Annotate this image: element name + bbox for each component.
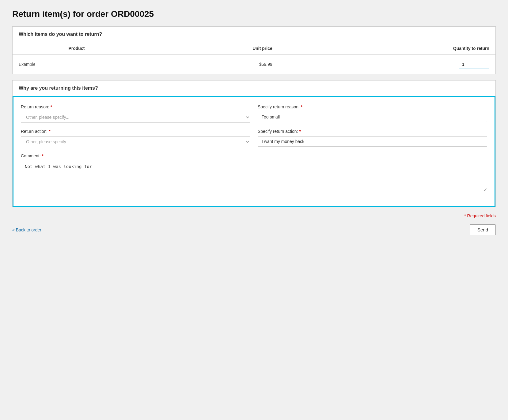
required-star-specify-action: * [299, 129, 301, 134]
items-table: Product Unit price Quantity to return Ex… [13, 42, 495, 74]
return-action-group: Return action: * Other, please specify..… [21, 129, 250, 147]
comment-textarea[interactable]: Not what I was looking for [21, 161, 487, 191]
specify-action-group: Specify return action: * [258, 129, 487, 147]
table-row: Example $59.99 [13, 55, 495, 74]
required-note-area: * Required fields [12, 213, 496, 218]
unit-price-value: $59.99 [141, 55, 277, 74]
product-column-header: Product [13, 42, 141, 55]
required-star-comment: * [42, 153, 43, 158]
quantity-input-cell [277, 55, 495, 74]
required-star-specify-reason: * [301, 104, 302, 109]
footer-row: « Back to order Send [12, 224, 496, 235]
comment-group: Comment: * Not what I was looking for [21, 153, 487, 193]
back-to-order-link[interactable]: « Back to order [12, 227, 41, 232]
reason-row: Return reason: * Other, please specify..… [21, 104, 487, 123]
return-action-label: Return action: * [21, 129, 250, 134]
return-reason-label: Return reason: * [21, 104, 250, 109]
specify-action-label: Specify return action: * [258, 129, 487, 134]
required-star-reason: * [51, 104, 52, 109]
send-button[interactable]: Send [470, 224, 496, 235]
return-reason-section: Why are you returning this items? Return… [12, 80, 496, 207]
required-fields-note: * Required fields [12, 213, 496, 218]
quantity-input[interactable] [459, 60, 489, 69]
product-name: Example [13, 55, 141, 74]
action-row: Return action: * Other, please specify..… [21, 129, 487, 147]
items-section: Which items do you want to return? Produ… [12, 26, 496, 74]
comment-label: Comment: * [21, 153, 487, 158]
specify-reason-input[interactable] [258, 112, 487, 122]
items-section-header: Which items do you want to return? [13, 27, 495, 42]
page-title: Return item(s) for order ORD00025 [12, 9, 496, 19]
items-table-container: Product Unit price Quantity to return Ex… [13, 42, 495, 74]
required-star-action: * [49, 129, 50, 134]
specify-reason-group: Specify return reason: * [258, 104, 487, 123]
specify-reason-label: Specify return reason: * [258, 104, 487, 109]
unit-price-column-header: Unit price [141, 42, 277, 55]
return-reason-section-header: Why are you returning this items? [13, 81, 495, 96]
return-action-select[interactable]: Other, please specify... [21, 136, 250, 147]
return-reason-select[interactable]: Other, please specify... [21, 112, 250, 123]
comment-row: Comment: * Not what I was looking for [21, 153, 487, 193]
return-reason-group: Return reason: * Other, please specify..… [21, 104, 250, 123]
quantity-column-header: Quantity to return [277, 42, 495, 55]
return-reason-form: Return reason: * Other, please specify..… [13, 96, 495, 207]
specify-action-input[interactable] [258, 136, 487, 147]
